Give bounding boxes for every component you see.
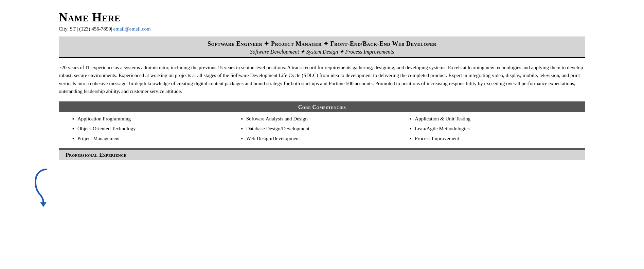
competencies-col-1: Application Programming Object-Oriented … (72, 115, 241, 145)
contact-info: City, ST | (123) 456-7890| email@email.c… (59, 26, 585, 32)
core-competencies-title: Core Competencies (298, 104, 346, 110)
title-banner: Software Engineer ✦ Project Manager ✦ Fr… (59, 37, 585, 58)
list-item: Application & Unit Testing (410, 115, 578, 122)
competencies-grid: Application Programming Object-Oriented … (59, 112, 585, 149)
sub-title: Software Development ✦ System Design ✦ P… (62, 49, 582, 55)
email-link[interactable]: email@email.com (113, 26, 151, 32)
list-item: Project Management (72, 135, 241, 142)
competencies-col-3: Application & Unit Testing Lean/Agile Me… (410, 115, 578, 145)
main-title: Software Engineer ✦ Project Manager ✦ Fr… (62, 40, 582, 47)
professional-experience-header: Professional Experience (59, 149, 585, 160)
list-item: Database Design/Development (241, 125, 410, 132)
summary-paragraph: ~20 years of IT experience as a systems … (59, 64, 585, 95)
svg-marker-0 (40, 202, 46, 207)
list-item: Software Analysis and Design (241, 115, 410, 122)
annotation-arrow (32, 166, 52, 207)
contact-text: City, ST | (123) 456-7890| (59, 26, 112, 32)
list-item: Web Design/Development (241, 135, 410, 142)
list-item: Process Improvement (410, 135, 578, 142)
resume-header: Name Here City, ST | (123) 456-7890| ema… (59, 10, 585, 32)
list-item: Object-Oriented Technology (72, 125, 241, 132)
core-competencies-section: Core Competencies Application Programmin… (59, 101, 585, 149)
list-item: Lean/Agile Methodologies (410, 125, 578, 132)
list-item: Application Programming (72, 115, 241, 122)
prof-exp-title: Professional Experience (66, 152, 127, 158)
candidate-name: Name Here (59, 10, 585, 25)
core-competencies-header: Core Competencies (59, 102, 585, 112)
competencies-col-2: Software Analysis and Design Database De… (241, 115, 410, 145)
